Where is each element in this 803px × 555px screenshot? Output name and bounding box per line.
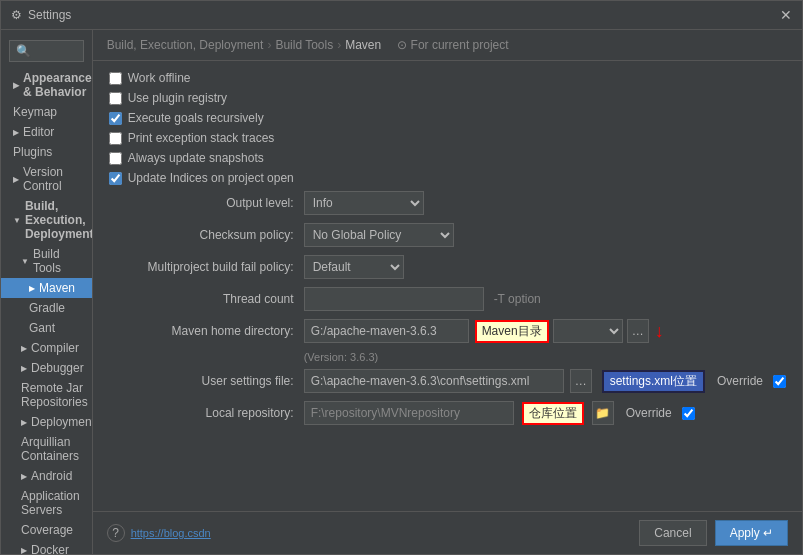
- checksum-control: No Global PolicyStrictWarn: [304, 223, 786, 247]
- main-content: ▶ Appearance & Behavior Keymap ▶ Editor …: [1, 30, 802, 554]
- sidebar-item-android[interactable]: ▶ Android: [1, 466, 92, 486]
- output-level-select[interactable]: InfoDebugQuiet: [304, 191, 424, 215]
- checkbox-print-exception: Print exception stack traces: [109, 131, 786, 145]
- local-repo-annotation: 仓库位置: [522, 402, 584, 425]
- local-repo-browse-button[interactable]: 📁: [592, 401, 614, 425]
- maven-home-input[interactable]: [304, 319, 469, 343]
- work-offline-checkbox[interactable]: [109, 72, 122, 85]
- expand-icon: ▶: [29, 284, 35, 293]
- multiproject-label: Multiproject build fail policy:: [109, 260, 304, 274]
- help-button[interactable]: ?: [107, 524, 125, 542]
- sidebar-item-label: Plugins: [13, 145, 52, 159]
- execute-goals-label: Execute goals recursively: [128, 111, 264, 125]
- breadcrumb: Build, Execution, Deployment › Build Too…: [93, 30, 802, 61]
- always-update-checkbox[interactable]: [109, 152, 122, 165]
- expand-icon: ▶: [13, 175, 19, 184]
- sidebar-item-compiler[interactable]: ▶ Compiler: [1, 338, 92, 358]
- title-bar-left: ⚙ Settings: [11, 8, 71, 22]
- maven-home-label: Maven home directory:: [109, 324, 304, 338]
- search-box: [1, 34, 92, 68]
- sidebar-item-label: Build Tools: [33, 247, 84, 275]
- sidebar-item-keymap[interactable]: Keymap: [1, 102, 92, 122]
- sidebar-item-build-exec[interactable]: ▼ Build, Execution, Deployment: [1, 196, 92, 244]
- checkbox-execute-goals: Execute goals recursively: [109, 111, 786, 125]
- sidebar-item-label: Appearance & Behavior: [23, 71, 92, 99]
- sidebar-item-gant[interactable]: Gant: [1, 318, 92, 338]
- local-repo-override-checkbox[interactable]: [682, 407, 695, 420]
- sidebar-item-label: Debugger: [31, 361, 84, 375]
- output-level-label: Output level:: [109, 196, 304, 210]
- expand-icon: ▶: [21, 344, 27, 353]
- apply-button[interactable]: Apply ↵: [715, 520, 788, 546]
- maven-home-dropdown[interactable]: [553, 319, 623, 343]
- expand-icon: ▶: [21, 364, 27, 373]
- expand-icon: ▶: [13, 81, 19, 90]
- settings-icon: ⚙: [11, 8, 22, 22]
- sidebar-item-label: Docker: [31, 543, 69, 554]
- search-input[interactable]: [9, 40, 84, 62]
- sidebar-item-debugger[interactable]: ▶ Debugger: [1, 358, 92, 378]
- output-level-control: InfoDebugQuiet: [304, 191, 786, 215]
- sidebar-item-editor[interactable]: ▶ Editor: [1, 122, 92, 142]
- maven-dir-input-group: Maven目录 … ↓: [304, 319, 786, 343]
- sidebar-item-label: Maven: [39, 281, 75, 295]
- sidebar-item-label: Application Servers: [21, 489, 84, 517]
- sidebar-item-label: Gradle: [29, 301, 65, 315]
- sidebar-item-label: Gant: [29, 321, 55, 335]
- expand-icon: ▼: [21, 257, 29, 266]
- print-exception-checkbox[interactable]: [109, 132, 122, 145]
- sidebar: ▶ Appearance & Behavior Keymap ▶ Editor …: [1, 30, 93, 554]
- local-repo-override-label: Override: [626, 406, 672, 420]
- sidebar-item-coverage[interactable]: Coverage: [1, 520, 92, 540]
- multiproject-control: DefaultFail At End: [304, 255, 786, 279]
- sidebar-item-maven[interactable]: ▶ Maven: [1, 278, 92, 298]
- use-plugin-checkbox[interactable]: [109, 92, 122, 105]
- expand-icon: ▶: [21, 546, 27, 555]
- settings-file-input[interactable]: [304, 369, 564, 393]
- sidebar-item-arquillian[interactable]: Arquillian Containers: [1, 432, 92, 466]
- close-button[interactable]: ✕: [780, 7, 792, 23]
- sidebar-item-gradle[interactable]: Gradle: [1, 298, 92, 318]
- thread-input[interactable]: [304, 287, 484, 311]
- settings-file-browse-button[interactable]: …: [570, 369, 592, 393]
- sidebar-item-label: Remote Jar Repositories: [21, 381, 88, 409]
- output-level-row: Output level: InfoDebugQuiet: [109, 191, 786, 215]
- sidebar-item-label: Keymap: [13, 105, 57, 119]
- work-offline-label: Work offline: [128, 71, 191, 85]
- checksum-select[interactable]: No Global PolicyStrictWarn: [304, 223, 454, 247]
- multiproject-select[interactable]: DefaultFail At End: [304, 255, 404, 279]
- settings-dialog: ⚙ Settings ✕ ▶ Appearance & Behavior Key…: [0, 0, 803, 555]
- sidebar-item-plugins[interactable]: Plugins: [1, 142, 92, 162]
- sidebar-item-remote-jar[interactable]: Remote Jar Repositories: [1, 378, 92, 412]
- breadcrumb-sep2: ›: [337, 38, 341, 52]
- local-repo-label: Local repository:: [109, 406, 304, 420]
- sidebar-item-appearance[interactable]: ▶ Appearance & Behavior: [1, 68, 92, 102]
- checksum-row: Checksum policy: No Global PolicyStrictW…: [109, 223, 786, 247]
- settings-override-checkbox[interactable]: [773, 375, 786, 388]
- sidebar-item-docker[interactable]: ▶ Docker: [1, 540, 92, 554]
- execute-goals-checkbox[interactable]: [109, 112, 122, 125]
- breadcrumb-sep1: ›: [267, 38, 271, 52]
- sidebar-item-label: Deployment: [31, 415, 93, 429]
- maven-home-browse-button[interactable]: …: [627, 319, 649, 343]
- update-indices-checkbox[interactable]: [109, 172, 122, 185]
- cancel-button[interactable]: Cancel: [639, 520, 706, 546]
- sidebar-item-build-tools[interactable]: ▼ Build Tools: [1, 244, 92, 278]
- always-update-label: Always update snapshots: [128, 151, 264, 165]
- local-repo-input[interactable]: [304, 401, 514, 425]
- footer: ? https://blog.csdn Cancel Apply ↵: [93, 511, 802, 554]
- checkbox-update-indices: Update Indices on project open: [109, 171, 786, 185]
- thread-option-label: -T option: [494, 292, 541, 306]
- print-exception-label: Print exception stack traces: [128, 131, 275, 145]
- sidebar-item-version-control[interactable]: ▶ Version Control: [1, 162, 92, 196]
- thread-row: Thread count -T option: [109, 287, 786, 311]
- sidebar-item-deployment[interactable]: ▶ Deployment: [1, 412, 92, 432]
- arrow-icon: ↓: [655, 321, 664, 342]
- title-bar: ⚙ Settings ✕: [1, 1, 802, 30]
- checksum-label: Checksum policy:: [109, 228, 304, 242]
- sidebar-item-label: Version Control: [23, 165, 84, 193]
- sidebar-item-label: Editor: [23, 125, 54, 139]
- footer-link[interactable]: https://blog.csdn: [131, 527, 211, 539]
- sidebar-item-app-servers[interactable]: Application Servers: [1, 486, 92, 520]
- expand-icon: ▶: [13, 128, 19, 137]
